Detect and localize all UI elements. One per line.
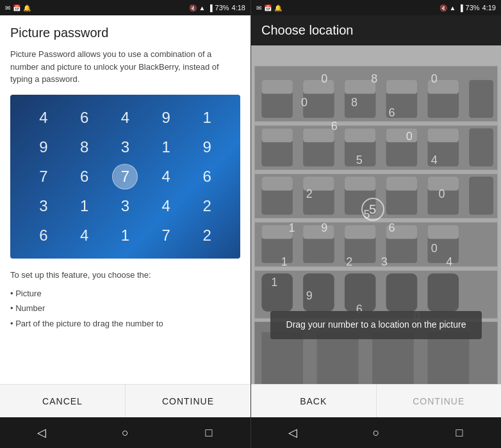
svg-rect-29 — [469, 177, 493, 214]
left-status-right: 🔇 ▲ ▐ 73% 4:18 — [189, 4, 245, 12]
svg-rect-50 — [255, 122, 498, 125]
grid-row-4: 6 4 1 7 2 — [23, 223, 227, 248]
grid-cell-0-0[interactable]: 4 — [31, 105, 56, 131]
silent-icon: 🔇 — [189, 4, 197, 12]
svg-rect-47 — [345, 273, 376, 311]
svg-rect-46 — [303, 273, 334, 311]
grid-cell-3-2[interactable]: 3 — [112, 193, 138, 219]
r-bell-icon: 🔔 — [274, 4, 282, 12]
grid-cell-0-4[interactable]: 1 — [194, 105, 220, 131]
svg-rect-58 — [372, 332, 414, 384]
draggable-number[interactable]: 5 — [361, 198, 384, 221]
grid-cell-4-2[interactable]: 1 — [112, 223, 138, 248]
grid-row-0: 4 6 4 9 1 — [23, 105, 227, 131]
right-continue-button: CONTINUE — [376, 385, 502, 417]
grid-cell-3-3[interactable]: 4 — [153, 193, 179, 219]
grid-cell-4-0[interactable]: 6 — [31, 223, 56, 248]
grid-cell-0-1[interactable]: 6 — [72, 105, 97, 131]
left-bottom-bar: CANCEL CONTINUE — [0, 384, 250, 417]
left-battery-pct: 73% — [215, 4, 229, 12]
grid-cell-3-0[interactable]: 3 — [31, 193, 56, 219]
grid-cell-2-3[interactable]: 4 — [153, 164, 179, 189]
grid-cell-1-4[interactable]: 9 — [194, 134, 220, 160]
svg-rect-12 — [427, 80, 459, 94]
grid-cell-0-3[interactable]: 9 — [153, 105, 179, 131]
signal-icon: ▐ — [208, 4, 212, 12]
grid-cell-2-0[interactable]: 7 — [31, 164, 56, 189]
grid-row-1: 9 8 3 1 9 — [23, 134, 227, 160]
grid-cell-4-1[interactable]: 4 — [72, 223, 97, 248]
grid-cell-3-4[interactable]: 2 — [194, 193, 220, 219]
grid-cell-2-1[interactable]: 6 — [72, 164, 97, 189]
r-calendar-icon: 📅 — [264, 4, 272, 12]
grid-cell-4-4[interactable]: 2 — [194, 223, 220, 248]
instructions: To set up this feature, you choose the: … — [10, 268, 240, 332]
svg-rect-59 — [427, 332, 469, 384]
grid-cell-1-0[interactable]: 9 — [31, 134, 56, 160]
grid-row-2: 7 6 7 4 6 — [23, 164, 227, 189]
description-text: Picture Password allows you to use a com… — [10, 48, 240, 86]
grid-cell-0-2[interactable]: 4 — [112, 105, 138, 131]
right-title: Choose location — [261, 23, 353, 37]
svg-rect-20 — [303, 129, 334, 143]
grid-cell-1-1[interactable]: 8 — [72, 134, 97, 160]
left-continue-button[interactable]: CONTINUE — [125, 385, 250, 417]
svg-rect-42 — [345, 225, 376, 239]
svg-rect-10 — [345, 80, 376, 94]
grid-row-3: 3 1 3 4 2 — [23, 193, 227, 219]
right-bottom-bar: BACK CONTINUE — [251, 384, 501, 417]
instruction-1: • Number — [10, 301, 240, 316]
svg-rect-41 — [303, 225, 334, 239]
svg-rect-7 — [469, 80, 493, 118]
svg-rect-53 — [255, 266, 498, 270]
svg-rect-9 — [303, 80, 334, 94]
grid-cell-2-4[interactable]: 6 — [194, 164, 220, 189]
page-title: Picture password — [10, 26, 240, 40]
grid-cell-4-3[interactable]: 7 — [153, 223, 179, 248]
left-panel: ✉ 📅 🔔 🔇 ▲ ▐ 73% 4:18 Picture password Pi… — [0, 0, 250, 448]
right-time: 4:19 — [482, 4, 496, 12]
cancel-button[interactable]: CANCEL — [0, 385, 125, 417]
svg-rect-45 — [261, 273, 293, 311]
left-status-bar: ✉ 📅 🔔 🔇 ▲ ▐ 73% 4:18 — [0, 0, 250, 15]
left-status-icons: ✉ 📅 🔔 — [5, 4, 31, 12]
svg-rect-32 — [345, 177, 376, 191]
picture-area[interactable]: 0800866054205196012341960 5 Drag your nu… — [251, 45, 501, 384]
wifi-icon: ▲ — [199, 4, 206, 12]
calendar-icon: 📅 — [13, 4, 21, 12]
right-status-bar: ✉ 📅 🔔 🔇 ▲ ▐ 73% 4:19 — [251, 0, 501, 15]
svg-rect-34 — [427, 177, 459, 191]
drag-tooltip: Drag your number to a location on the pi… — [270, 311, 482, 339]
home-nav-icon[interactable]: ○ — [109, 426, 141, 440]
envelope-icon: ✉ — [5, 4, 10, 12]
back-button[interactable]: BACK — [251, 385, 376, 417]
left-nav-bar: ◁ ○ □ — [0, 417, 250, 448]
right-header: Choose location — [251, 15, 501, 45]
instruction-0: • Picture — [10, 286, 240, 301]
svg-rect-44 — [427, 225, 459, 239]
instruction-2: • Part of the picture to drag the number… — [10, 316, 240, 331]
svg-rect-30 — [261, 177, 293, 191]
back-nav-icon[interactable]: ◁ — [26, 426, 58, 440]
instructions-title: To set up this feature, you choose the: — [10, 268, 240, 282]
r-recent-nav-icon[interactable]: □ — [443, 426, 475, 440]
svg-rect-11 — [386, 80, 418, 94]
r-wifi-icon: ▲ — [450, 4, 456, 12]
svg-rect-8 — [261, 80, 293, 94]
grid-cell-1-2[interactable]: 3 — [112, 134, 138, 160]
svg-rect-33 — [386, 177, 418, 191]
right-status-right: 🔇 ▲ ▐ 73% 4:19 — [439, 4, 496, 12]
tooltip-text: Drag your number to a location on the pi… — [286, 319, 466, 330]
grid-cell-2-2-selected[interactable]: 7 — [112, 164, 138, 189]
svg-rect-19 — [261, 129, 293, 143]
right-battery-pct: 73% — [466, 4, 480, 12]
grid-cell-3-1[interactable]: 1 — [72, 193, 97, 219]
r-home-nav-icon[interactable]: ○ — [360, 426, 392, 440]
right-nav-bar: ◁ ○ □ — [251, 417, 501, 448]
svg-rect-18 — [469, 129, 493, 166]
r-back-nav-icon[interactable]: ◁ — [277, 426, 309, 440]
grid-cell-1-3[interactable]: 1 — [153, 134, 179, 160]
recent-nav-icon[interactable]: □ — [193, 426, 225, 440]
svg-rect-51 — [255, 170, 498, 173]
svg-rect-22 — [386, 129, 418, 143]
